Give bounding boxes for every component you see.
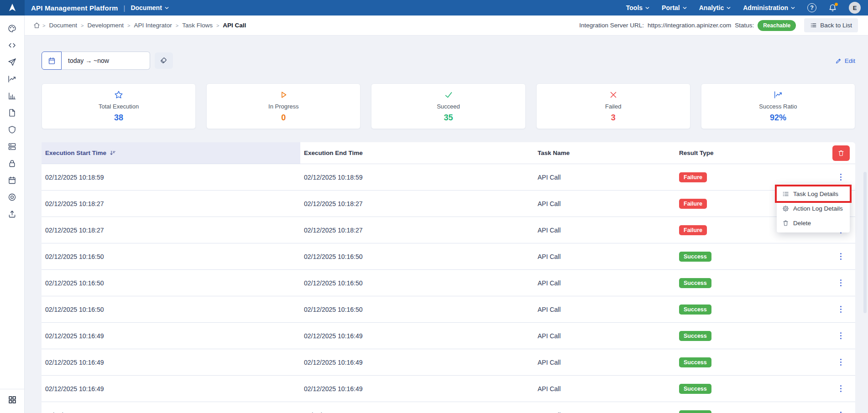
nav-menu-analytic[interactable]: Analytic <box>699 4 731 11</box>
nav-menu-administration[interactable]: Administration <box>743 4 795 11</box>
sort-descending-icon <box>110 150 116 156</box>
table-row: 02/12/2025 10:16:50 02/12/2025 10:16:50 … <box>42 296 855 322</box>
play-icon <box>278 90 288 100</box>
calendar-icon <box>7 176 17 185</box>
calendar-button[interactable] <box>42 52 62 70</box>
chevron-down-icon <box>790 5 795 10</box>
menu-item-task-log-details[interactable]: Task Log Details <box>777 186 850 201</box>
sidebar-item-schedule[interactable] <box>4 172 21 189</box>
server-url-label: Integration Server URL: <box>579 22 644 29</box>
filter-row: today → ~now Edit <box>42 52 855 70</box>
apps-grid-button[interactable] <box>7 389 17 413</box>
result-badge: Success <box>679 305 711 315</box>
home-icon[interactable] <box>33 21 41 29</box>
file-icon <box>7 108 17 118</box>
notifications-button[interactable] <box>828 4 837 12</box>
line-chart-icon <box>773 90 783 100</box>
back-to-list-button[interactable]: Back to List <box>804 18 858 32</box>
sidebar-item-credentials[interactable] <box>4 155 21 172</box>
executions-table: Execution Start Time Execution End Time … <box>42 142 855 413</box>
sidebar-item-reports[interactable] <box>4 88 21 104</box>
sidebar-item-servers[interactable] <box>4 138 21 155</box>
sidebar-item-theme[interactable] <box>4 20 21 37</box>
stat-value: 38 <box>114 113 123 123</box>
grid-apps-icon <box>7 395 17 405</box>
result-badge: Failure <box>679 172 707 182</box>
result-badge: Success <box>679 410 711 413</box>
sidebar-item-export[interactable] <box>4 206 21 222</box>
date-range-input[interactable]: today → ~now <box>62 52 150 70</box>
breadcrumb-item-api-integrator[interactable]: API Integrator <box>134 22 172 29</box>
cell-actions <box>812 304 855 315</box>
breadcrumb-item-document[interactable]: Document <box>49 22 77 29</box>
column-header-result-type[interactable]: Result Type <box>675 142 812 164</box>
stat-label: Total Execution <box>99 103 139 110</box>
column-header-task-name[interactable]: Task Name <box>534 142 675 164</box>
menu-item-delete[interactable]: Delete <box>777 216 850 230</box>
cell-execution-end-time: 02/12/2025 10:16:50 <box>300 253 534 260</box>
cell-execution-start-time: 02/12/2025 10:16:50 <box>42 253 300 260</box>
edit-button[interactable]: Edit <box>835 57 855 64</box>
row-menu-button[interactable] <box>837 304 845 315</box>
pencil-icon <box>835 57 842 64</box>
row-menu-button[interactable] <box>837 383 845 395</box>
cell-execution-start-time: 02/12/2025 10:16:49 <box>42 332 300 340</box>
send-icon <box>7 57 17 67</box>
menu-item-action-log-details[interactable]: Action Log Details <box>777 201 850 216</box>
top-navbar: API Management Platform | Document Tools… <box>0 0 868 15</box>
table-body: 02/12/2025 10:18:59 02/12/2025 10:18:59 … <box>42 164 855 413</box>
cell-result-type: Success <box>675 331 812 341</box>
cell-actions <box>812 251 855 263</box>
help-button[interactable]: ? <box>807 3 816 12</box>
row-menu-button[interactable] <box>837 330 845 342</box>
breadcrumb-item-development[interactable]: Development <box>87 22 124 29</box>
nav-divider: | <box>123 4 125 12</box>
row-menu-button[interactable] <box>837 277 845 289</box>
cell-execution-start-time: 02/12/2025 10:18:27 <box>42 200 300 207</box>
cell-execution-start-time: 02/12/2025 10:18:59 <box>42 174 300 181</box>
table-row: 02/12/2025 10:16:50 02/12/2025 10:16:50 … <box>42 243 855 269</box>
table-row: 02/12/2025 10:18:27 02/12/2025 10:18:27 … <box>42 190 855 217</box>
result-badge: Success <box>679 252 711 262</box>
delete-all-button[interactable] <box>832 145 850 161</box>
sidebar-item-documents[interactable] <box>4 104 21 121</box>
star-icon <box>114 90 124 100</box>
row-menu-button[interactable] <box>837 171 845 183</box>
sidebar-item-development[interactable] <box>4 37 21 54</box>
row-menu-button[interactable] <box>837 251 845 263</box>
chevron-down-icon <box>726 5 731 10</box>
column-header-execution-start-time[interactable]: Execution Start Time <box>42 142 300 164</box>
breadcrumb-item-task-flows[interactable]: Task Flows <box>182 22 213 29</box>
cell-execution-start-time: 02/12/2025 10:16:48 <box>42 412 300 413</box>
left-sidebar <box>0 15 25 413</box>
cell-actions <box>812 409 855 413</box>
user-avatar[interactable]: E <box>849 2 861 14</box>
nav-menu-tools[interactable]: Tools <box>626 4 650 11</box>
nav-menu-portal[interactable]: Portal <box>662 4 687 11</box>
cell-execution-end-time: 02/12/2025 10:16:49 <box>300 385 534 392</box>
clear-filter-button[interactable] <box>155 52 173 69</box>
row-menu-button[interactable] <box>837 356 845 368</box>
cell-result-type: Success <box>675 384 812 394</box>
column-header-execution-end-time[interactable]: Execution End Time <box>300 142 534 164</box>
cell-result-type: Success <box>675 410 812 413</box>
eye-icon <box>7 192 17 202</box>
stats-cards: Total Execution 38 In Progress 0 Succeed… <box>42 83 855 129</box>
cell-execution-end-time: 02/12/2025 10:18:59 <box>300 174 534 181</box>
app-logo[interactable] <box>0 0 25 15</box>
vertical-scrollbar[interactable] <box>863 172 867 313</box>
sidebar-item-deploy[interactable] <box>4 54 21 71</box>
row-context-menu: Task Log Details Action Log Details Dele… <box>777 184 850 232</box>
sidebar-item-security[interactable] <box>4 121 21 138</box>
cell-result-type: Success <box>675 278 812 288</box>
sidebar-item-monitor[interactable] <box>4 189 21 206</box>
breadcrumb: > Document > Development > API Integrato… <box>25 15 868 36</box>
server-icon <box>7 142 17 151</box>
list-icon <box>810 22 817 29</box>
product-dropdown[interactable]: Document <box>131 4 169 11</box>
row-menu-button[interactable] <box>837 409 845 413</box>
cell-execution-end-time: 02/12/2025 10:16:49 <box>300 332 534 340</box>
sidebar-item-analytics[interactable] <box>4 71 21 88</box>
table-row: 02/12/2025 10:16:49 02/12/2025 10:16:49 … <box>42 322 855 349</box>
trash-icon <box>837 150 845 157</box>
